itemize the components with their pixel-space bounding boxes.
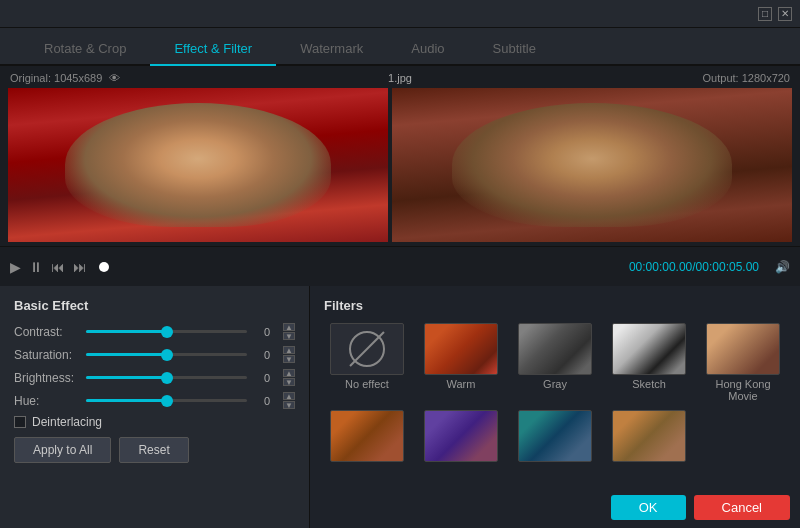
apply-to-all-button[interactable]: Apply to All	[14, 437, 111, 463]
filter-warm-thumb	[424, 323, 498, 375]
hue-value: 0	[253, 395, 281, 407]
time-display: 00:00:00.00/00:00:05.00	[629, 260, 759, 274]
filter-sketch-thumb	[612, 323, 686, 375]
saturation-slider-container	[86, 353, 247, 356]
saturation-label: Saturation:	[14, 348, 86, 362]
close-button[interactable]: ✕	[778, 7, 792, 21]
preview-area: Original: 1045x689 👁 1.jpg Output: 1280x…	[0, 66, 800, 286]
contrast-row: Contrast: 0 ▲ ▼	[14, 323, 295, 340]
preview-videos	[8, 88, 792, 246]
filter-warm-label: Warm	[447, 378, 476, 390]
saturation-row: Saturation: 0 ▲ ▼	[14, 346, 295, 363]
filter-no-effect-thumb	[330, 323, 404, 375]
skip-back-button[interactable]: ⏮	[51, 259, 65, 275]
action-buttons: Apply to All Reset	[14, 437, 295, 463]
hue-slider[interactable]	[86, 399, 247, 402]
brightness-up[interactable]: ▲	[283, 369, 295, 377]
saturation-down[interactable]: ▼	[283, 355, 295, 363]
brightness-down[interactable]: ▼	[283, 378, 295, 386]
preview-top: Original: 1045x689 👁 1.jpg Output: 1280x…	[0, 66, 800, 246]
reset-button[interactable]: Reset	[119, 437, 188, 463]
contrast-up[interactable]: ▲	[283, 323, 295, 331]
filter-hk-movie[interactable]: Hong Kong Movie	[700, 323, 786, 402]
filter-gray-label: Gray	[543, 378, 567, 390]
saturation-spinners[interactable]: ▲ ▼	[283, 346, 295, 363]
brightness-spinners[interactable]: ▲ ▼	[283, 369, 295, 386]
filter-row2-3[interactable]	[512, 410, 598, 465]
tab-audio[interactable]: Audio	[387, 33, 468, 66]
filter-row2-1[interactable]	[324, 410, 410, 465]
video-preview-left	[8, 88, 388, 242]
brightness-label: Brightness:	[14, 371, 86, 385]
contrast-down[interactable]: ▼	[283, 332, 295, 340]
cancel-button[interactable]: Cancel	[694, 495, 790, 520]
skip-forward-button[interactable]: ⏭	[73, 259, 87, 275]
filter-hk-thumb	[706, 323, 780, 375]
hue-label: Hue:	[14, 394, 86, 408]
hue-down[interactable]: ▼	[283, 401, 295, 409]
tabs-bar: Rotate & Crop Effect & Filter Watermark …	[0, 28, 800, 66]
filters-grid: No effect Warm Gray Sketch Hong Kong Mov…	[324, 323, 786, 465]
saturation-value: 0	[253, 349, 281, 361]
output-label: Output: 1280x720	[703, 72, 790, 84]
filter-gray-thumb	[518, 323, 592, 375]
filters-title: Filters	[324, 298, 786, 313]
filter-row2-4-thumb	[612, 410, 686, 462]
contrast-label: Contrast:	[14, 325, 86, 339]
saturation-slider[interactable]	[86, 353, 247, 356]
filename-label: 1.jpg	[388, 72, 412, 84]
filter-warm[interactable]: Warm	[418, 323, 504, 402]
hue-slider-container	[86, 399, 247, 402]
tab-watermark[interactable]: Watermark	[276, 33, 387, 66]
playback-bar: ▶ ⏸ ⏮ ⏭ 00:00:00.00/00:00:05.00 🔊	[0, 246, 800, 286]
contrast-value: 0	[253, 326, 281, 338]
original-label: Original: 1045x689 👁	[10, 72, 120, 84]
ok-button[interactable]: OK	[611, 495, 686, 520]
saturation-up[interactable]: ▲	[283, 346, 295, 354]
brightness-slider[interactable]	[86, 376, 247, 379]
filter-row2-4[interactable]	[606, 410, 692, 465]
left-panel: Basic Effect Contrast: 0 ▲ ▼	[0, 286, 310, 528]
deinterlace-label: Deinterlacing	[32, 415, 102, 429]
brightness-value: 0	[253, 372, 281, 384]
hue-spinners[interactable]: ▲ ▼	[283, 392, 295, 409]
tab-rotate-crop[interactable]: Rotate & Crop	[20, 33, 150, 66]
minimize-button[interactable]: □	[758, 7, 772, 21]
tab-effect-filter[interactable]: Effect & Filter	[150, 33, 276, 66]
contrast-slider[interactable]	[86, 330, 247, 333]
filter-sketch[interactable]: Sketch	[606, 323, 692, 402]
brightness-row: Brightness: 0 ▲ ▼	[14, 369, 295, 386]
play-button[interactable]: ▶	[10, 259, 21, 275]
video-preview-right	[392, 88, 792, 242]
brightness-slider-container	[86, 376, 247, 379]
filter-row2-2[interactable]	[418, 410, 504, 465]
hue-up[interactable]: ▲	[283, 392, 295, 400]
eye-icon[interactable]: 👁	[109, 72, 120, 84]
contrast-slider-container	[86, 330, 247, 333]
bottom-panel: Basic Effect Contrast: 0 ▲ ▼	[0, 286, 800, 528]
volume-icon[interactable]: 🔊	[775, 260, 790, 274]
filter-no-effect[interactable]: No effect	[324, 323, 410, 402]
filter-gray[interactable]: Gray	[512, 323, 598, 402]
pause-button[interactable]: ⏸	[29, 259, 43, 275]
tab-subtitle[interactable]: Subtitle	[469, 33, 560, 66]
filter-no-effect-label: No effect	[345, 378, 389, 390]
progress-indicator[interactable]	[99, 262, 109, 272]
filter-row2-1-thumb	[330, 410, 404, 462]
filter-hk-label: Hong Kong Movie	[700, 378, 786, 402]
basic-effect-title: Basic Effect	[14, 298, 295, 313]
contrast-spinners[interactable]: ▲ ▼	[283, 323, 295, 340]
deinterlace-row: Deinterlacing	[14, 415, 295, 429]
deinterlace-checkbox[interactable]	[14, 416, 26, 428]
right-panel: Filters No effect Warm Gray	[310, 286, 800, 528]
no-effect-icon	[349, 331, 385, 367]
title-bar: □ ✕	[0, 0, 800, 28]
hue-row: Hue: 0 ▲ ▼	[14, 392, 295, 409]
filter-row2-2-thumb	[424, 410, 498, 462]
filter-sketch-label: Sketch	[632, 378, 666, 390]
filter-row2-3-thumb	[518, 410, 592, 462]
